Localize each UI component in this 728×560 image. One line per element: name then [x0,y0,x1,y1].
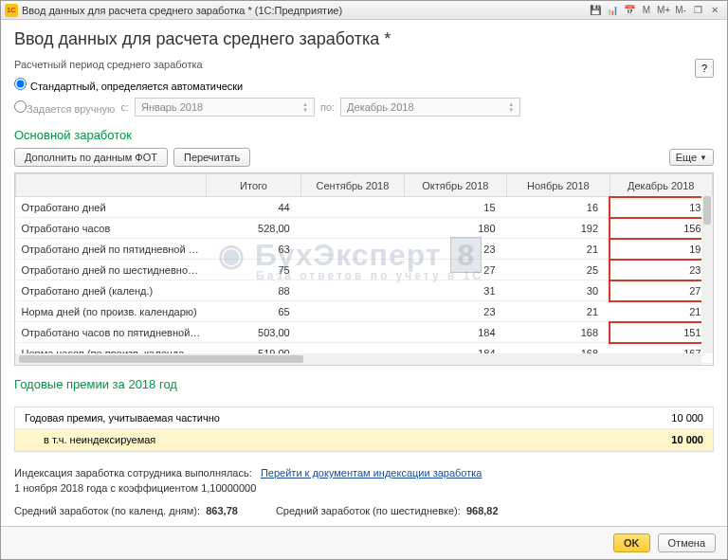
close-icon[interactable]: ✕ [707,3,722,18]
radio-standard[interactable]: Стандартный, определяется автоматически [14,78,243,92]
premium-row-nonindexed[interactable]: в т.ч. неиндексируемая 10 000 [15,429,713,451]
col-dec: Декабрь 2018 [610,174,712,197]
spinner-icon[interactable]: ▲▼ [302,101,308,113]
table-row[interactable]: Отработано часов528,00180192156 [16,218,713,239]
table-row[interactable]: Отработано дней (календ.)88313027 [16,280,713,301]
to-label: по: [320,101,335,113]
row-total: 88 [206,280,300,301]
row-total: 63 [206,239,300,260]
row-total: 44 [206,197,300,218]
chevron-down-icon: ▼ [700,154,707,162]
titlebar: 1C Ввод данных для расчета среднего зара… [1,1,727,20]
premiums-heading: Годовые премии за 2018 год [14,377,714,391]
row-total: 75 [206,260,300,280]
row-sep [301,301,404,322]
spinner-icon[interactable]: ▲▼ [508,101,514,113]
table-row[interactable]: Норма дней (по произв. календарю)6523212… [16,301,713,322]
ok-button[interactable]: OK [613,533,650,552]
row-label: Норма дней (по произв. календарю) [16,301,207,322]
row-dec: 151 [610,322,712,343]
row-oct: 180 [404,218,506,239]
row-sep [301,239,404,260]
row-nov: 21 [507,301,610,322]
period-to-input[interactable]: Декабрь 2018 ▲▼ [340,98,520,117]
avg-calendar: Средний заработок (по календ. дням): 863… [14,505,238,516]
row-dec: 27 [610,280,712,301]
period-section-label: Расчетный период среднего заработка [14,59,714,70]
row-total: 503,00 [206,322,300,343]
row-dec: 13 [610,197,712,218]
row-label: Отработано часов по пятидневной неде... [16,322,207,343]
row-oct: 184 [404,322,506,343]
main-earnings-heading: Основной заработок [14,128,714,142]
radio-manual[interactable]: Задается вручную [14,100,115,115]
row-nov: 192 [507,218,610,239]
row-nov: 25 [507,260,610,280]
indexation-info: Индексация заработка сотрудника выполнял… [14,465,714,496]
table-row[interactable]: Отработано дней по пятидневной неделе632… [16,239,713,260]
more-button[interactable]: Еще▼ [669,149,714,166]
tb-calc-icon[interactable]: 📊 [605,3,620,18]
col-oct: Октябрь 2018 [404,174,506,197]
row-label: Отработано дней по пятидневной неделе [16,239,207,260]
avg-sixday: Средний заработок (по шестидневке): 968,… [276,505,499,516]
tb-m-button[interactable]: M [639,3,654,18]
row-total: 65 [206,301,300,322]
row-total: 528,00 [206,218,300,239]
row-label: Отработано часов [16,218,207,239]
row-oct: 23 [404,239,506,260]
tb-calendar-icon[interactable]: 📅 [622,3,637,18]
row-oct: 31 [404,280,506,301]
row-label: Отработано дней [16,197,207,218]
premium-row[interactable]: Годовая премия, учитываемая частично 10 … [15,407,713,429]
vertical-scrollbar[interactable] [701,196,713,353]
help-button[interactable]: ? [695,59,714,78]
period-from-input[interactable]: Январь 2018 ▲▼ [135,98,315,117]
tb-save-icon[interactable]: 💾 [588,3,603,18]
col-nov: Ноябрь 2018 [507,174,610,197]
col-label [16,174,207,197]
col-total: Итого [206,174,300,197]
row-sep [301,197,404,218]
row-nov: 21 [507,239,610,260]
row-nov: 168 [507,322,610,343]
tb-mminus-button[interactable]: M- [673,3,688,18]
dialog-footer: OK Отмена [1,526,727,559]
app-logo: 1C [5,4,18,17]
page-heading: Ввод данных для расчета среднего заработ… [14,29,714,49]
row-sep [301,260,404,280]
row-dec: 156 [610,218,712,239]
table-row[interactable]: Отработано дней44151613 [16,197,713,218]
row-dec: 21 [610,301,712,322]
table-row[interactable]: Отработано дней по шестидневной нед...75… [16,260,713,280]
row-oct: 23 [404,301,506,322]
horizontal-scrollbar[interactable] [15,353,701,365]
cancel-button[interactable]: Отмена [658,533,716,552]
row-nov: 16 [507,197,610,218]
row-oct: 15 [404,197,506,218]
radio-manual-input[interactable] [14,100,27,113]
table-row[interactable]: Отработано часов по пятидневной неде...5… [16,322,713,343]
radio-standard-input[interactable] [14,78,27,90]
row-sep [301,280,404,301]
tb-restore-icon[interactable]: ❐ [690,3,705,18]
row-oct: 27 [404,260,506,280]
window-title: Ввод данных для расчета среднего заработ… [22,5,587,16]
row-dec: 23 [610,260,712,280]
earnings-table: Итого Сентябрь 2018 Октябрь 2018 Ноябрь … [14,172,714,366]
indexation-docs-link[interactable]: Перейти к документам индексации заработк… [261,467,482,479]
row-nov: 30 [507,280,610,301]
row-sep [301,218,404,239]
row-label: Отработано дней по шестидневной нед... [16,260,207,280]
row-dec: 19 [610,239,712,260]
premiums-table: Годовая премия, учитываемая частично 10 … [14,406,714,452]
from-label: с: [120,101,129,113]
fill-from-fot-button[interactable]: Дополнить по данным ФОТ [14,148,168,167]
row-label: Отработано дней (календ.) [16,280,207,301]
col-sep: Сентябрь 2018 [301,174,404,197]
tb-mplus-button[interactable]: M+ [656,3,671,18]
recalc-button[interactable]: Перечитать [173,148,250,167]
row-sep [301,322,404,343]
